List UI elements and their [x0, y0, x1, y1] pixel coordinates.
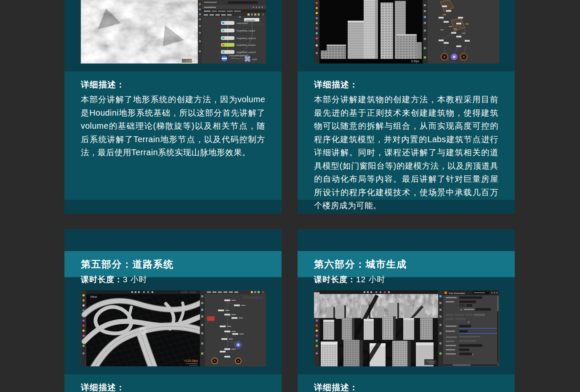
shelf-toolbar — [81, 290, 86, 366]
city-description-panel: 详细描述： — [298, 374, 515, 392]
node-label: heightfield_resize2 — [237, 51, 256, 53]
node-label: volumetile1 — [237, 22, 248, 24]
node-label: heightfield_distort1 — [237, 37, 256, 40]
terrain-screenshot: 2.40fps — [81, 0, 266, 64]
viewport-toolbar — [200, 290, 205, 366]
duration-label: 课时长度： — [81, 275, 123, 284]
duration-label: 课时长度： — [314, 275, 356, 284]
building-description-text: 本部分讲解建筑物的创建方法，本教程采用目前最先进的基于正则技术来创建建筑物，使得… — [314, 93, 498, 212]
node-label: convertheightfield1 — [229, 54, 248, 57]
checkmark-glyph: ✓ — [468, 320, 470, 323]
terrain-viewport: 2.40fps — [86, 0, 198, 64]
terrain-description-text: 本部分讲解了地形系统的创建方法，因为volume是Houdini地形系统基础，所… — [81, 93, 265, 159]
terrain-screenshot-svg: 2.40fps — [81, 0, 266, 64]
building-fps-label: 5.6fps — [411, 60, 420, 63]
city-screenshot: View City Generator — [314, 290, 499, 366]
detail-label: 详细描述： — [81, 382, 265, 392]
terrain-fps-label: 2.40fps — [186, 59, 195, 63]
city-viewport: View — [319, 290, 438, 366]
view-label: View — [90, 295, 97, 299]
road-viewport: View — [84, 290, 206, 366]
duration-value: 12 小时 — [356, 275, 385, 284]
road-section-title: 第五部分：道路系统 — [64, 251, 282, 277]
detail-label: 详细描述： — [314, 382, 498, 392]
detail-label: 详细描述： — [314, 79, 498, 90]
shelf-toolbar — [314, 0, 319, 64]
road-duration: 课时长度：3 小时 — [81, 274, 147, 285]
node-editor-panel: Geometry resample1 — [202, 0, 266, 64]
node-resample: resample1 — [245, 19, 255, 21]
duration-value: 3 小时 — [123, 275, 147, 284]
course-outline-page: 2.40fps — [0, 0, 580, 392]
terrain-description-panel: 详细描述： 本部分讲解了地形系统的创建方法，因为volume是Houdini地形… — [64, 72, 282, 200]
card-building: 5.6fps — [298, 0, 515, 214]
node-graph-panel: Geometry — [205, 290, 266, 366]
viewport-toolbar — [438, 290, 443, 366]
shelf-toolbar — [314, 290, 319, 366]
detail-label: 详细描述： — [81, 79, 265, 90]
road-screenshot: View — [81, 290, 266, 366]
shelf-toolbar — [81, 0, 86, 64]
node-label: heightfield_erode1 — [237, 44, 255, 46]
node-label: heightfield_noise1 — [237, 29, 255, 32]
city-duration: 课时长度：12 小时 — [314, 274, 385, 285]
city-section-title: 第六部分：城市生成 — [298, 251, 515, 277]
parameter-panel: City Generator ✓ ✓ — [443, 290, 499, 366]
card-terrain: 2.40fps — [64, 0, 282, 214]
building-screenshot: 5.6fps — [314, 0, 499, 64]
building-viewport: 5.6fps — [319, 0, 423, 64]
viewport-toolbar — [198, 0, 202, 64]
param-panel-title: City Generator — [449, 292, 465, 294]
city-screenshot-svg: View City Generator — [314, 290, 499, 366]
building-description-panel: 详细描述： 本部分讲解建筑物的创建方法，本教程采用目前最先进的基于正则技术来创建… — [298, 72, 515, 200]
node-label: null1 — [252, 58, 257, 61]
card-city: 第六部分：城市生成 课时长度：12 小时 — [298, 229, 515, 392]
node-graph-panel — [428, 0, 499, 64]
checkmark-glyph: ✓ — [460, 308, 463, 311]
geometry-watermark: Geometry — [243, 295, 263, 299]
building-screenshot-svg: 5.6fps — [314, 0, 499, 64]
viewport-toolbar — [423, 0, 428, 64]
view-label: View — [323, 295, 330, 299]
road-description-panel: 详细描述： — [64, 374, 282, 392]
card-road: 第五部分：道路系统 课时长度：3 小时 — [64, 229, 282, 392]
road-screenshot-svg: View — [81, 290, 266, 366]
road-fps-label: >120.0fps — [184, 359, 198, 363]
